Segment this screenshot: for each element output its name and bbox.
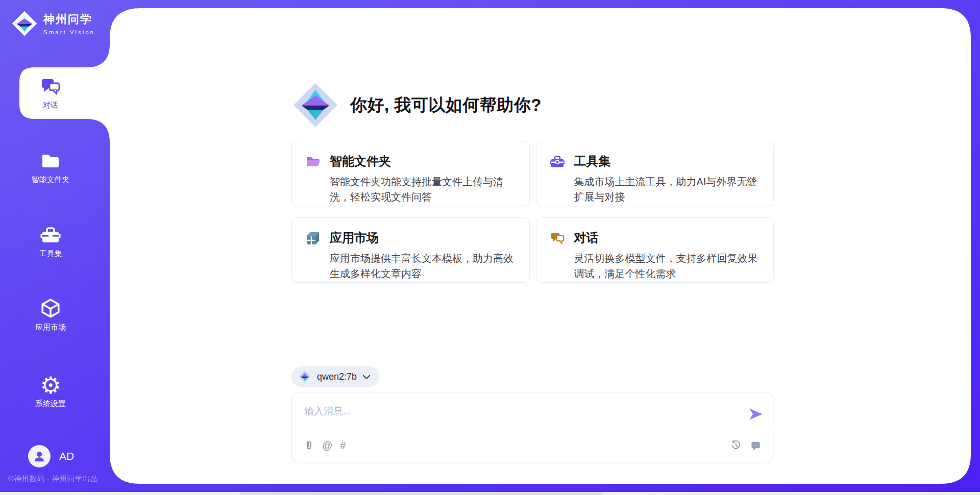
horizontal-scrollbar[interactable] <box>0 492 980 495</box>
card-description: 应用市场提供丰富长文本模板，助力高效生成多样化文章内容 <box>330 251 516 281</box>
brand-diamond-icon <box>292 82 339 129</box>
sidebar-item-label: 系统设置 <box>19 399 82 409</box>
toolbox-icon <box>550 155 565 169</box>
sidebar-item-chat[interactable]: 对话 <box>19 77 82 110</box>
app-logo: 神州问学 Smart Vision <box>11 10 95 37</box>
model-selector[interactable]: qwen2:7b <box>291 366 379 387</box>
history-icon[interactable] <box>730 440 742 451</box>
card-title: 工具集 <box>574 153 761 169</box>
gear-icon: ⚙ <box>19 375 82 395</box>
card-smart-folder[interactable]: 智能文件夹 智能文件夹功能支持批量文件上传与清洗，轻松实现文件问答 <box>291 141 530 206</box>
sidebar-item-smart-folder[interactable]: 智能文件夹 <box>19 151 82 185</box>
folder-icon <box>306 155 320 169</box>
person-icon <box>33 450 46 463</box>
folder-icon <box>19 151 82 171</box>
user-name: AD <box>59 450 74 462</box>
chevron-down-icon <box>362 374 371 380</box>
card-title: 对话 <box>574 230 761 246</box>
feature-cards: 智能文件夹 智能文件夹功能支持批量文件上传与清洗，轻松实现文件问答 工具集 集成… <box>291 141 774 283</box>
sidebar-item-app-market[interactable]: 应用市场 <box>19 298 82 332</box>
card-description: 集成市场上主流工具，助力AI与外界无缝扩展与对接 <box>574 174 761 205</box>
message-input[interactable] <box>292 392 731 428</box>
card-title: 应用市场 <box>330 230 516 246</box>
model-name: qwen2:7b <box>317 372 357 382</box>
app-name: 神州问学 <box>43 12 95 27</box>
feedback-bubble-icon[interactable] <box>750 439 762 452</box>
message-composer: @ # <box>291 392 773 462</box>
greeting-text: 你好, 我可以如何帮助你? <box>350 94 542 117</box>
avatar <box>28 445 51 467</box>
send-icon[interactable] <box>748 407 764 421</box>
cube-icon <box>19 298 82 319</box>
cube-icon <box>306 231 320 245</box>
card-description: 灵活切换多模型文件，支持多样回复效果调试，满足个性化需求 <box>574 251 761 281</box>
sidebar-item-settings[interactable]: ⚙ 系统设置 <box>19 375 82 409</box>
mention-icon[interactable]: @ <box>322 440 332 452</box>
sidebar: 神州问学 Smart Vision 对话 智能文件夹 <box>0 0 110 495</box>
chat-bubbles-icon <box>19 77 82 97</box>
hashtag-icon[interactable]: # <box>340 440 346 452</box>
user-profile[interactable]: AD <box>28 445 74 467</box>
scrollbar-thumb[interactable] <box>240 492 602 495</box>
sidebar-item-label: 工具集 <box>19 249 82 259</box>
copyright-text: ©神州数码 · 神州问学出品 <box>8 474 105 484</box>
composer-divider <box>292 432 773 432</box>
toolbox-icon <box>19 225 82 245</box>
card-title: 智能文件夹 <box>330 153 516 169</box>
sidebar-item-toolset[interactable]: 工具集 <box>19 225 82 259</box>
sidebar-item-label: 智能文件夹 <box>19 175 82 185</box>
card-description: 智能文件夹功能支持批量文件上传与清洗，轻松实现文件问答 <box>330 174 516 205</box>
main-content: 你好, 我可以如何帮助你? 智能文件夹 智能文件夹功能支持批量文件上传与清洗，轻… <box>0 0 980 495</box>
sidebar-item-label: 对话 <box>19 101 82 110</box>
attachment-icon[interactable] <box>303 439 314 452</box>
hero: 你好, 我可以如何帮助你? <box>292 82 542 129</box>
model-diamond-icon <box>298 370 311 383</box>
brand-diamond-icon <box>11 10 38 37</box>
app-subtitle: Smart Vision <box>43 29 95 35</box>
card-chat[interactable]: 对话 灵活切换多模型文件，支持多样回复效果调试，满足个性化需求 <box>536 217 774 283</box>
sidebar-item-label: 应用市场 <box>19 323 82 332</box>
card-app-market[interactable]: 应用市场 应用市场提供丰富长文本模板，助力高效生成多样化文章内容 <box>291 217 530 283</box>
card-toolset[interactable]: 工具集 集成市场上主流工具，助力AI与外界无缝扩展与对接 <box>536 141 774 206</box>
chat-bubbles-icon <box>550 231 565 245</box>
